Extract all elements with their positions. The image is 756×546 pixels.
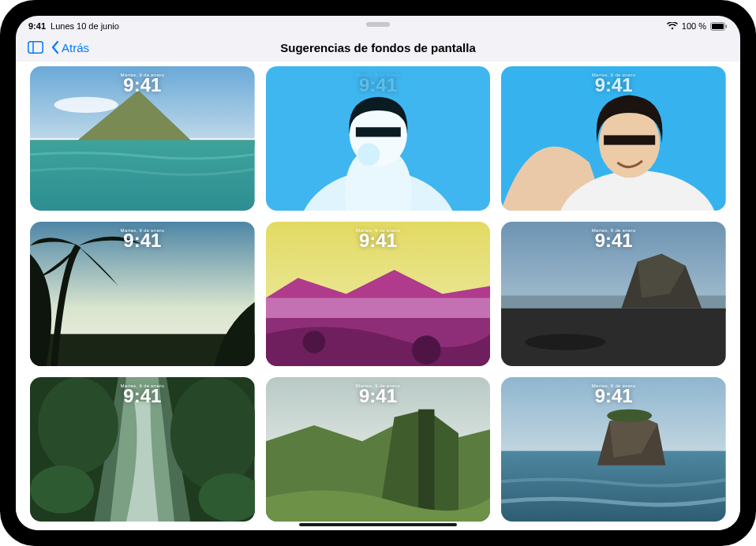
lockscreen-overlay: Martes, 9 de enero 9:41 [120,228,164,250]
multitask-dots-icon[interactable] [366,22,390,27]
lockscreen-overlay: Martes, 9 de enero 9:41 [120,383,164,406]
wallpaper-tile[interactable]: Martes, 9 de enero 9:41 [501,222,726,366]
battery-percent: 100 % [682,21,706,31]
content-scroll[interactable]: Martes, 9 de enero 9:41 [16,62,740,530]
status-time: 9:41 [28,21,46,31]
overlay-date: Martes, 9 de enero [592,228,636,233]
status-right: 100 % [667,21,728,31]
svg-point-27 [526,334,606,350]
screen: 9:41 Lunes 10 de junio 100 % [16,16,740,530]
wallpaper-tile[interactable]: Martes, 9 de enero 9:41 [501,66,726,211]
svg-rect-16 [604,135,655,144]
lockscreen-overlay: Martes, 9 de enero 9:41 [592,383,636,406]
overlay-date: Martes, 9 de enero [120,73,164,77]
wallpaper-tile[interactable]: Martes, 9 de enero 9:41 [266,222,491,366]
battery-icon [710,22,728,31]
chevron-left-icon [51,40,60,54]
svg-rect-3 [28,42,43,53]
svg-point-30 [170,377,255,489]
lockscreen-overlay: Martes, 9 de enero 9:41 [120,73,164,95]
lockscreen-overlay: Martes, 9 de enero 9:41 [356,383,400,406]
svg-point-23 [412,335,441,365]
back-label: Atrás [62,41,89,54]
status-left: 9:41 Lunes 10 de junio [28,21,119,31]
wallpaper-tile[interactable]: Martes, 9 de enero 9:41 [266,66,491,211]
svg-rect-7 [30,140,255,211]
wallpaper-tile[interactable]: Martes, 9 de enero 9:41 [30,377,255,522]
overlay-time: 9:41 [123,76,161,95]
lockscreen-overlay: Martes, 9 de enero 9:41 [592,228,636,250]
overlay-time: 9:41 [123,387,161,406]
overlay-time: 9:41 [359,231,397,250]
overlay-date: Martes, 9 de enero [592,73,636,77]
overlay-time: 9:41 [123,231,161,250]
overlay-date: Martes, 9 de enero [592,383,636,388]
overlay-date: Martes, 9 de enero [120,228,164,233]
overlay-time: 9:41 [359,76,397,95]
wallpaper-tile[interactable]: Martes, 9 de enero 9:41 [501,377,726,522]
navigation-bar: Atrás Sugerencias de fondos de pantalla [16,33,740,62]
svg-point-12 [357,144,380,166]
svg-point-22 [302,331,324,353]
home-indicator[interactable] [299,523,457,526]
wifi-icon [667,22,678,30]
overlay-date: Martes, 9 de enero [356,228,400,233]
svg-rect-11 [356,127,401,136]
overlay-time: 9:41 [595,387,633,406]
wallpaper-tile[interactable]: Martes, 9 de enero 9:41 [30,66,255,211]
lockscreen-overlay: Martes, 9 de enero 9:41 [356,73,400,95]
lockscreen-overlay: Martes, 9 de enero 9:41 [356,228,400,250]
svg-point-36 [608,410,653,422]
sidebar-icon [28,41,43,54]
wallpaper-tile[interactable]: Martes, 9 de enero 9:41 [266,377,491,522]
sidebar-toggle-button[interactable] [24,37,47,58]
ipad-frame: 9:41 Lunes 10 de junio 100 % [0,0,756,546]
wallpaper-grid: Martes, 9 de enero 9:41 [30,66,726,522]
overlay-date: Martes, 9 de enero [120,383,164,388]
back-button[interactable]: Atrás [51,40,89,54]
svg-rect-1 [712,24,724,29]
lockscreen-overlay: Martes, 9 de enero 9:41 [592,73,636,95]
overlay-time: 9:41 [595,76,633,95]
overlay-time: 9:41 [359,387,397,406]
status-date: Lunes 10 de junio [51,21,119,31]
overlay-time: 9:41 [595,231,633,250]
overlay-date: Martes, 9 de enero [356,73,400,77]
page-title: Sugerencias de fondos de pantalla [280,41,476,54]
svg-point-31 [30,466,94,514]
svg-point-29 [38,377,118,473]
svg-point-6 [54,97,118,113]
overlay-date: Martes, 9 de enero [356,383,400,388]
wallpaper-tile[interactable]: Martes, 9 de enero 9:41 [30,222,255,366]
svg-rect-2 [726,24,728,28]
